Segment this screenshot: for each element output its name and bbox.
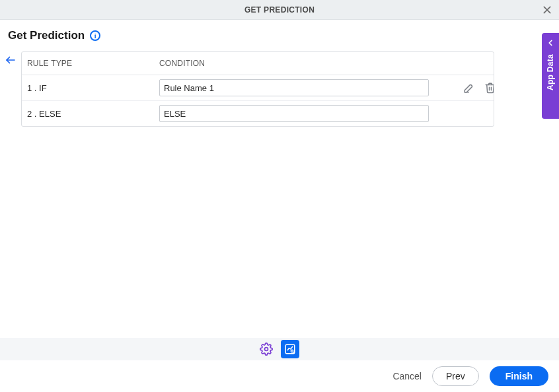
svg-line-7 xyxy=(293,352,294,353)
col-actions xyxy=(437,59,494,68)
trash-icon xyxy=(484,82,494,94)
row-actions xyxy=(437,82,494,94)
app-data-panel-label: App Data xyxy=(546,54,555,90)
rules-table-header: RULE TYPE CONDITION xyxy=(22,52,494,75)
topbar-title: GET PREDICTION xyxy=(244,5,315,15)
arrow-left-icon xyxy=(4,54,17,66)
svg-point-4 xyxy=(265,348,268,351)
close-icon xyxy=(542,5,552,15)
close-button[interactable] xyxy=(542,5,552,15)
chart-preview-icon xyxy=(284,343,296,355)
app-data-panel-toggle[interactable]: App Data xyxy=(542,33,559,119)
col-condition: CONDITION xyxy=(159,59,437,68)
settings-button[interactable] xyxy=(260,343,273,356)
info-icon[interactable]: i xyxy=(90,30,100,41)
preview-button[interactable] xyxy=(281,340,299,358)
cancel-button[interactable]: Cancel xyxy=(392,371,422,381)
condition-cell xyxy=(159,79,437,96)
rule-type-cell: 1 . IF xyxy=(27,83,159,93)
page-title: Get Prediction xyxy=(8,29,85,42)
gear-icon xyxy=(260,343,273,356)
edit-icon xyxy=(463,82,475,94)
bottom-toolbar xyxy=(0,338,559,360)
content: RULE TYPE CONDITION 1 . IF xyxy=(0,51,559,127)
condition-input[interactable] xyxy=(159,79,429,96)
col-rule-type: RULE TYPE xyxy=(27,59,159,68)
page-header: Get Prediction i xyxy=(0,20,559,42)
prev-button[interactable]: Prev xyxy=(432,366,479,386)
condition-input[interactable] xyxy=(159,105,429,122)
rules-table: RULE TYPE CONDITION 1 . IF xyxy=(21,51,494,127)
edit-button[interactable] xyxy=(463,82,475,94)
topbar: GET PREDICTION xyxy=(0,0,559,20)
rule-type-cell: 2 . ELSE xyxy=(27,109,159,119)
delete-button[interactable] xyxy=(484,82,494,94)
finish-button[interactable]: Finish xyxy=(490,366,548,386)
footer: Cancel Prev Finish xyxy=(0,360,559,392)
table-row: 2 . ELSE xyxy=(22,101,494,126)
table-row: 1 . IF xyxy=(22,75,494,101)
back-button[interactable] xyxy=(4,54,17,66)
chevron-left-icon xyxy=(546,38,555,48)
condition-cell xyxy=(159,105,437,122)
